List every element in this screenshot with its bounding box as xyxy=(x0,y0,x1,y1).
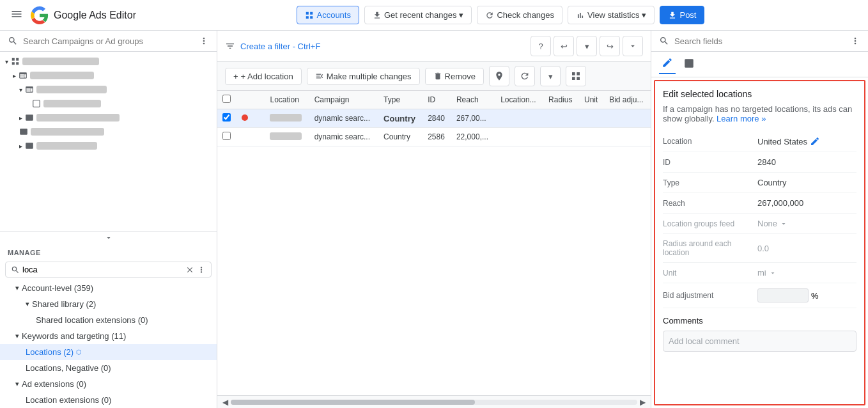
filter-bar: Create a filter - Ctrl+F ? ↩ ▾ ↪ xyxy=(217,31,651,62)
post-button[interactable]: Post xyxy=(660,6,704,24)
nav-locations-negative[interactable]: Locations, Negative (0) xyxy=(0,360,217,376)
add-location-button[interactable]: + + Add location xyxy=(225,68,302,85)
col-bid-adj[interactable]: Bid adju... xyxy=(604,91,651,109)
field-reach: Reach 267,000,000 xyxy=(663,193,856,214)
right-search-input[interactable] xyxy=(674,36,845,46)
hamburger-button[interactable] xyxy=(8,5,26,25)
manage-search-input[interactable]: loca xyxy=(22,265,183,274)
svg-rect-0 xyxy=(33,100,40,107)
columns-button[interactable] xyxy=(566,66,586,86)
row1-checkbox-input[interactable] xyxy=(222,113,231,122)
svg-rect-1 xyxy=(685,59,694,68)
col-location[interactable]: Location xyxy=(265,91,309,109)
clear-search-icon[interactable] xyxy=(185,265,194,274)
reach-value: 267,000,000 xyxy=(757,198,856,208)
scroll-left-icon[interactable]: ◀ xyxy=(222,398,228,407)
refresh-dropdown-button[interactable]: ▾ xyxy=(540,66,561,86)
accounts-button[interactable]: Accounts xyxy=(297,6,359,24)
nav-keywords-targeting[interactable]: ▾ Keywords and targeting (11) xyxy=(0,328,217,344)
location-groups-feed-value: None xyxy=(757,219,777,228)
search-options-icon[interactable] xyxy=(197,265,206,274)
row1-id: 2840 xyxy=(422,109,451,128)
col-reach[interactable]: Reach xyxy=(451,91,495,109)
table-row[interactable]: dynamic searc... Country 2840 267,00... xyxy=(217,109,651,128)
campaign-search-bar xyxy=(0,31,217,52)
row2-checkbox-input[interactable] xyxy=(222,132,231,140)
filter-bar-right: ? ↩ ▾ ↪ xyxy=(531,36,643,56)
table-row[interactable]: dynamic searc... Country 2586 22,000,... xyxy=(217,128,651,146)
row1-location xyxy=(265,109,309,128)
make-multiple-changes-button[interactable]: Make multiple changes xyxy=(307,68,420,85)
tree-item-4[interactable] xyxy=(0,97,217,111)
more-options-icon[interactable] xyxy=(199,36,209,46)
unit-dropdown-icon[interactable] xyxy=(769,269,777,277)
row1-reach: 267,00... xyxy=(451,109,495,128)
undo-button[interactable]: ↩ xyxy=(554,36,574,56)
col-type[interactable]: Type xyxy=(378,91,422,109)
nav-shared-location-ext[interactable]: Shared location extensions (0) xyxy=(0,312,217,328)
view-tab[interactable] xyxy=(681,55,697,74)
comments-title: Comments xyxy=(663,316,856,326)
type-value: Country xyxy=(757,178,856,187)
col-unit[interactable]: Unit xyxy=(579,91,604,109)
tree-item-2[interactable]: ▸ xyxy=(0,68,217,82)
col-id[interactable]: ID xyxy=(422,91,451,109)
manage-label: MANAGE xyxy=(0,244,217,259)
view-statistics-button[interactable]: View statistics ▾ xyxy=(568,6,655,24)
external-link-icon[interactable]: ⬡ xyxy=(76,349,82,356)
check-changes-button[interactable]: Check changes xyxy=(477,6,562,24)
tree-item-1[interactable]: ▾ xyxy=(0,54,217,68)
create-filter-button[interactable]: Create a filter - Ctrl+F xyxy=(240,42,320,51)
edit-panel-title: Edit selected locations xyxy=(663,89,856,99)
location-groups-dropdown-icon[interactable] xyxy=(780,220,787,228)
get-recent-dropdown-icon[interactable]: ▾ xyxy=(459,10,463,20)
scroll-down-icon[interactable] xyxy=(105,234,112,242)
view-stats-dropdown-icon[interactable]: ▾ xyxy=(642,10,646,20)
select-all-checkbox[interactable] xyxy=(222,95,231,103)
edit-location-icon[interactable] xyxy=(810,136,820,146)
nav-locations[interactable]: Locations (2) ⬡ xyxy=(0,344,217,360)
row2-unit xyxy=(579,128,604,146)
tree-item-7[interactable]: ▸ xyxy=(0,139,217,153)
col-checkbox[interactable] xyxy=(217,91,236,109)
col-campaign[interactable]: Campaign xyxy=(309,91,378,109)
right-panel-search xyxy=(651,31,868,52)
right-more-icon[interactable] xyxy=(850,36,860,46)
add-comment-input[interactable]: Add local comment xyxy=(663,331,856,352)
tree-item-5[interactable]: ▸ xyxy=(0,111,217,125)
col-location-extra[interactable]: Location... xyxy=(495,91,543,109)
bid-percent-suffix: % xyxy=(811,291,819,301)
edit-tab[interactable] xyxy=(659,54,676,74)
campaign-search-input[interactable] xyxy=(23,36,194,46)
location-pin-button[interactable] xyxy=(489,66,509,86)
remove-button[interactable]: Remove xyxy=(425,68,484,85)
bid-adjustment-input[interactable] xyxy=(757,288,809,302)
row2-id: 2586 xyxy=(422,128,451,146)
learn-more-link[interactable]: Learn more » xyxy=(717,114,766,123)
bottom-scrollbar[interactable]: ◀ ▶ xyxy=(217,395,651,408)
row1-type: Country xyxy=(378,109,422,128)
field-type: Type Country xyxy=(663,173,856,193)
get-recent-changes-button[interactable]: Get recent changes ▾ xyxy=(364,6,472,24)
edit-panel-subtitle: If a campaign has no targeted locations,… xyxy=(663,104,856,123)
redo-dropdown-button[interactable] xyxy=(623,36,643,56)
col-radius[interactable]: Radius xyxy=(543,91,579,109)
field-location-groups-feed: Location groups feed None xyxy=(663,214,856,234)
nav-account-level[interactable]: ▾ Account-level (359) xyxy=(0,280,217,296)
redo-button[interactable]: ↪ xyxy=(600,36,620,56)
refresh-button[interactable] xyxy=(515,66,535,86)
col-status xyxy=(236,91,254,109)
nav-ad-extensions[interactable]: ▾ Ad extensions (0) xyxy=(0,376,217,392)
row1-location-extra xyxy=(495,109,543,128)
nav-location-extensions[interactable]: Location extensions (0) xyxy=(0,392,217,408)
nav-shared-library[interactable]: ▾ Shared library (2) xyxy=(0,296,217,312)
row2-checkbox[interactable] xyxy=(217,128,236,146)
scroll-right-icon[interactable]: ▶ xyxy=(640,398,646,407)
undo-dropdown-button[interactable]: ▾ xyxy=(577,36,597,56)
unit-value: mi xyxy=(757,268,766,278)
row1-checkbox[interactable] xyxy=(217,109,236,128)
tree-item-3[interactable]: ▾ xyxy=(0,82,217,97)
help-button[interactable]: ? xyxy=(531,36,551,56)
field-bid-adjustment: Bid adjustment % xyxy=(663,283,856,308)
tree-item-6[interactable] xyxy=(0,125,217,139)
